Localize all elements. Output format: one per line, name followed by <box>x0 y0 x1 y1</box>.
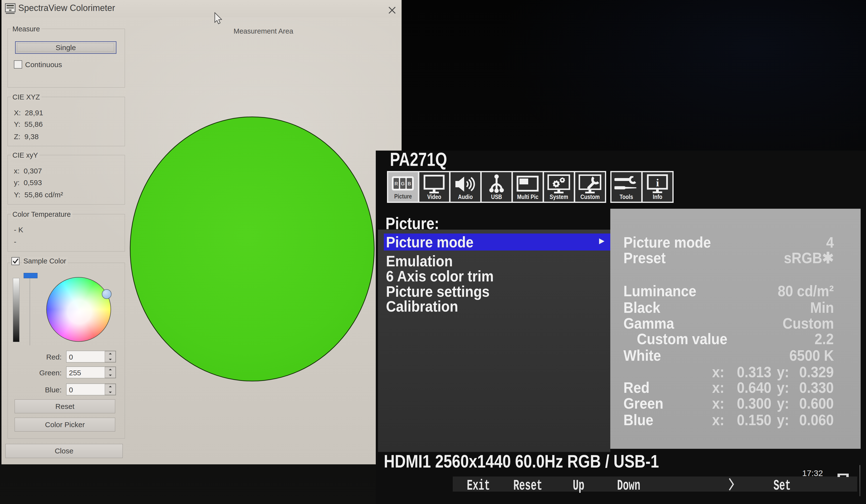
svg-text:B: B <box>408 181 411 186</box>
svg-text:i: i <box>656 177 659 189</box>
svg-text:R: R <box>395 181 398 186</box>
svg-text:G: G <box>401 181 405 186</box>
